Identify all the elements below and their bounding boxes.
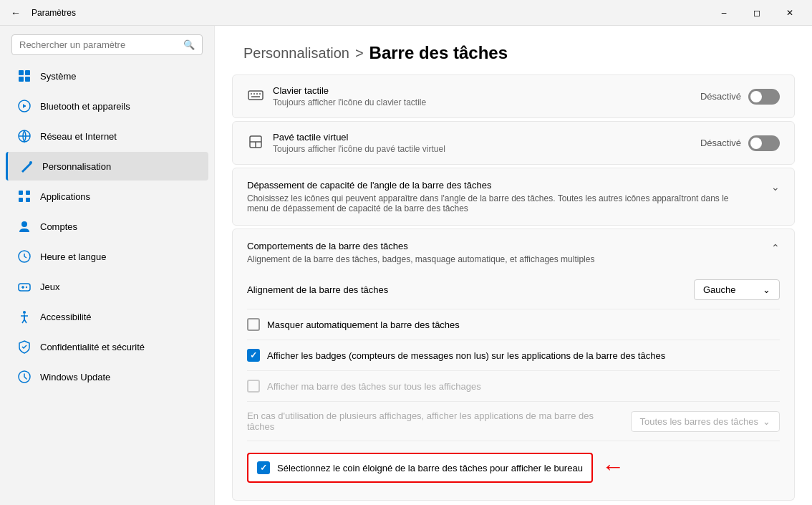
svg-rect-11 [26, 198, 30, 202]
depassement-chevron: ⌄ [771, 181, 780, 193]
maximize-button[interactable]: ◻ [740, 0, 773, 26]
coin-eloigne-checkbox[interactable] [257, 461, 270, 474]
svg-rect-3 [25, 77, 30, 82]
app-title: Paramètres [32, 8, 76, 18]
sidebar-item-windowsupdate[interactable]: Windows Update [6, 362, 208, 391]
multiple-displays-row: En cas d'utilisation de plusieurs affich… [247, 402, 780, 441]
sidebar-item-personnalisation[interactable]: Personnalisation [6, 152, 208, 181]
tousaffichages-row: Afficher ma barre des tâches sur tous le… [247, 371, 780, 402]
sidebar-item-comptes[interactable]: Comptes [6, 212, 208, 241]
comportements-text: Comportements de la barre des tâches Ali… [247, 241, 594, 264]
heure-icon [17, 249, 32, 264]
breadcrumb-separator: > [355, 45, 364, 62]
pave-left: Pavé tactile virtuel Toujours afficher l… [247, 132, 445, 154]
alignment-label: Alignement de la barre des tâches [247, 284, 388, 295]
breadcrumb-parent: Personnalisation [243, 45, 349, 62]
comportements-title: Comportements de la barre des tâches [247, 241, 594, 251]
content-section: Clavier tactile Toujours afficher l'icôn… [232, 74, 795, 501]
svg-point-19 [26, 287, 27, 288]
title-bar-left: ← Paramètres [6, 3, 76, 23]
svg-rect-2 [19, 77, 24, 82]
multiple-displays-dropdown[interactable]: Toutes les barres des tâches ⌄ [631, 411, 780, 432]
masquer-label: Masquer automatiquement la barre des tâc… [267, 319, 460, 330]
multiple-displays-label: En cas d'utilisation de plusieurs affich… [247, 410, 605, 432]
sidebar-item-bluetooth[interactable]: Bluetooth et appareils [6, 92, 208, 120]
masquer-checkbox[interactable] [247, 318, 260, 331]
jeux-icon [17, 279, 32, 294]
alignment-row: Alignement de la barre des tâches Gauche… [247, 271, 780, 309]
main-content: Personnalisation > Barre des tâches [215, 26, 812, 505]
sidebar-item-reseau[interactable]: Réseau et Internet [6, 122, 208, 150]
reseau-label: Réseau et Internet [40, 131, 117, 142]
clavier-left: Clavier tactile Toujours afficher l'icôn… [247, 85, 426, 107]
reseau-icon [17, 129, 32, 143]
svg-rect-1 [25, 70, 30, 75]
clavier-desc: Toujours afficher l'icône du clavier tac… [273, 97, 426, 107]
sidebar-item-accessibilite[interactable]: Accessibilité [6, 302, 208, 331]
systeme-icon [17, 69, 32, 83]
sidebar-item-confidentialite[interactable]: Confidentialité et sécurité [6, 332, 208, 361]
bluetooth-label: Bluetooth et appareils [40, 101, 130, 112]
depassement-text: Dépassement de capacité de l'angle de la… [247, 180, 734, 213]
coin-eloigne-row: Sélectionnez le coin éloigné de la barre… [247, 441, 780, 491]
clavier-title: Clavier tactile [273, 85, 426, 96]
svg-rect-9 [26, 191, 30, 195]
clavier-right: Désactivé [700, 89, 780, 105]
comptes-icon [17, 219, 32, 234]
accessibilite-label: Accessibilité [40, 312, 92, 322]
comportements-expanded: Alignement de la barre des tâches Gauche… [232, 271, 795, 501]
badges-row: Afficher les badges (compteurs de messag… [247, 340, 780, 371]
clavier-icon [247, 87, 264, 107]
windowsupdate-icon [17, 370, 32, 384]
search-box[interactable]: 🔍 [11, 34, 203, 55]
badges-checkbox[interactable] [247, 349, 260, 362]
tousaffichages-label: Afficher ma barre des tâches sur tous le… [267, 381, 481, 392]
breadcrumb-current: Barre des tâches [369, 43, 508, 63]
pave-title: Pavé tactile virtuel [273, 132, 445, 143]
pave-icon [247, 133, 264, 153]
systeme-label: Système [40, 71, 77, 82]
windowsupdate-label: Windows Update [40, 372, 110, 383]
comportements-chevron: ⌃ [771, 242, 780, 254]
search-input[interactable] [19, 39, 178, 50]
sidebar-item-heure[interactable]: Heure et langue [6, 242, 208, 271]
depassement-title: Dépassement de capacité de l'angle de la… [247, 180, 734, 191]
pave-info: Pavé tactile virtuel Toujours afficher l… [273, 132, 445, 154]
sidebar-item-applications[interactable]: Applications [6, 182, 208, 211]
clavier-status: Désactivé [700, 91, 741, 102]
red-arrow-icon: ← [601, 453, 624, 480]
app-body: 🔍 Système Bluetooth et appareils [0, 26, 812, 505]
dropdown-chevron: ⌄ [763, 284, 770, 295]
tousaffichages-checkbox[interactable] [247, 380, 260, 393]
close-button[interactable]: ✕ [773, 0, 806, 26]
multiple-displays-value: Toutes les barres des tâches [640, 416, 758, 427]
window-controls: – ◻ ✕ [707, 0, 806, 26]
sidebar-item-jeux[interactable]: Jeux [6, 272, 208, 301]
svg-point-20 [23, 311, 26, 314]
pave-toggle[interactable] [748, 135, 780, 151]
applications-label: Applications [40, 191, 90, 202]
svg-line-15 [24, 256, 26, 258]
breadcrumb: Personnalisation > Barre des tâches [215, 26, 812, 74]
comportements-desc: Alignement de la barre des tâches, badge… [247, 254, 594, 264]
coin-eloigne-highlighted: Sélectionnez le coin éloigné de la barre… [247, 453, 593, 483]
svg-rect-10 [19, 198, 23, 202]
clavier-toggle[interactable] [748, 89, 780, 105]
minimize-button[interactable]: – [707, 0, 740, 26]
personnalisation-icon [19, 159, 34, 173]
sidebar: 🔍 Système Bluetooth et appareils [0, 26, 215, 505]
confidentialite-label: Confidentialité et sécurité [40, 342, 145, 352]
alignment-dropdown[interactable]: Gauche ⌄ [694, 279, 780, 300]
dropdown-chevron-2: ⌄ [763, 416, 770, 427]
back-button[interactable]: ← [6, 3, 26, 23]
svg-line-23 [22, 319, 24, 323]
depassement-header[interactable]: Dépassement de capacité de l'angle de la… [232, 168, 795, 226]
sidebar-item-systeme[interactable]: Système [6, 62, 208, 90]
svg-rect-26 [248, 91, 263, 100]
svg-point-7 [29, 161, 32, 164]
comportements-header[interactable]: Comportements de la barre des tâches Ali… [232, 229, 795, 276]
accessibilite-icon [17, 309, 32, 324]
heure-label: Heure et langue [40, 251, 107, 262]
title-bar: ← Paramètres – ◻ ✕ [0, 0, 812, 26]
comptes-label: Comptes [40, 221, 77, 232]
